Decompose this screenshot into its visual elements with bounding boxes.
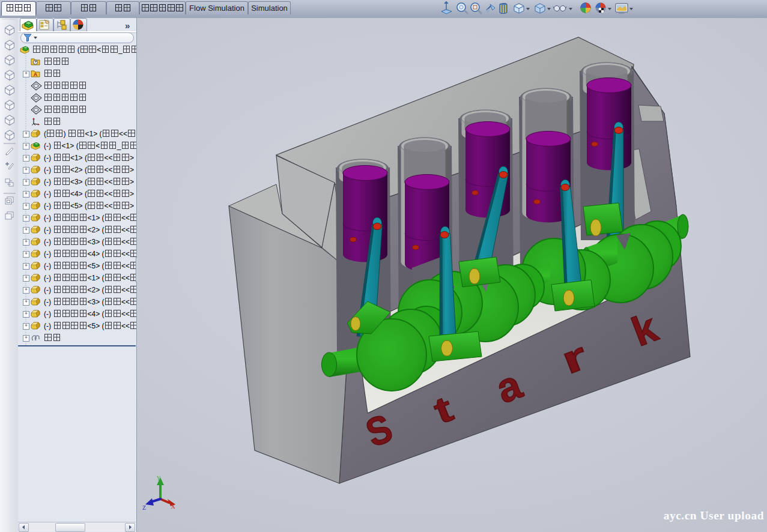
svg-text:Z: Z bbox=[142, 504, 146, 511]
svg-text:A: A bbox=[34, 71, 38, 77]
svg-text:Y: Y bbox=[156, 475, 160, 482]
svg-text:X: X bbox=[171, 503, 175, 510]
